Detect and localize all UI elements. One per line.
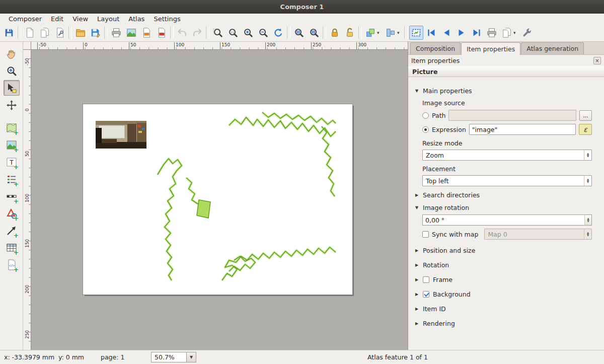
zoom-tool-button[interactable] <box>4 63 20 79</box>
combo-spinner[interactable]: ▲▼ <box>584 176 591 186</box>
panel-header: Item properties × <box>408 55 604 66</box>
rotation-angle-input[interactable] <box>422 214 584 226</box>
toolbar-icon <box>258 27 269 38</box>
combo-spinner[interactable]: ▲▼ <box>584 150 591 160</box>
atlas-previous-feature-button[interactable] <box>439 26 454 40</box>
move-item-content-button[interactable] <box>4 97 20 113</box>
image-rotation-header[interactable]: ▼ Image rotation <box>414 204 592 211</box>
atlas-last-feature-button[interactable] <box>470 26 484 40</box>
path-input[interactable] <box>448 110 576 121</box>
tool-icon <box>6 139 18 151</box>
path-radio[interactable] <box>422 112 429 119</box>
collapse-arrow-icon[interactable]: ▶ <box>414 277 419 282</box>
zoom-to-selection-button[interactable] <box>292 26 306 40</box>
add-new-scalebar-button[interactable] <box>4 188 20 204</box>
zoom-to-region-button[interactable] <box>307 26 321 40</box>
raise-selected-items-button[interactable] <box>363 26 383 40</box>
menu-composer[interactable]: Composer <box>4 14 46 24</box>
load-template-button[interactable] <box>73 26 88 40</box>
browse-button[interactable]: ... <box>579 110 592 121</box>
picture-item[interactable] <box>96 121 146 149</box>
menu-settings[interactable]: Settings <box>149 14 185 24</box>
export-atlas-button[interactable] <box>500 26 519 40</box>
redo-button[interactable] <box>190 26 204 40</box>
pan-tool-button[interactable] <box>4 46 20 61</box>
refresh-view-button[interactable] <box>271 26 285 40</box>
zoom-level-select[interactable]: 50.7% ▼ <box>151 352 196 362</box>
add-new-label-button[interactable] <box>4 154 20 170</box>
zoom-full-button[interactable] <box>211 26 225 40</box>
menu-atlas[interactable]: Atlas <box>124 14 149 24</box>
print-button[interactable] <box>109 26 123 40</box>
tab-item-properties[interactable]: Item properties <box>461 42 520 55</box>
section-position-and-size[interactable]: ▶ Position and size <box>414 246 592 254</box>
atlas-first-feature-button[interactable] <box>424 26 438 40</box>
collapse-arrow-icon[interactable]: ▶ <box>414 292 419 297</box>
select-move-item-button[interactable] <box>4 80 20 96</box>
main-properties-header[interactable]: ▼ Main properties <box>414 87 592 95</box>
map-select[interactable]: Map 0 ▲▼ <box>484 229 592 240</box>
sync-with-map-checkbox[interactable] <box>422 231 429 238</box>
placement-select[interactable]: Top left ▲▼ <box>422 175 592 186</box>
save-template-button[interactable] <box>89 26 103 40</box>
add-arrow-button[interactable] <box>4 223 20 238</box>
section-checkbox[interactable] <box>423 276 429 283</box>
section-frame[interactable]: ▶ Frame <box>414 275 592 283</box>
collapse-arrow-icon[interactable]: ▶ <box>414 307 419 311</box>
zoom-out-button[interactable] <box>256 26 270 40</box>
expression-builder-button[interactable]: ε <box>579 124 592 135</box>
add-new-map-button[interactable] <box>4 120 20 135</box>
new-composition-button[interactable] <box>23 26 37 40</box>
unlock-all-items-button[interactable] <box>343 26 357 40</box>
export-image-button[interactable] <box>124 26 138 40</box>
atlas-next-feature-button[interactable] <box>455 26 469 40</box>
expression-radio[interactable] <box>422 126 429 133</box>
image-rotation-body: ▲▼ Sync with map Map 0 ▲▼ <box>422 214 592 240</box>
add-image-button[interactable] <box>4 137 20 153</box>
collapse-arrow-icon[interactable]: ▶ <box>414 193 419 197</box>
add-basic-shape-button[interactable] <box>4 205 20 221</box>
atlas-preview-toggle[interactable] <box>409 26 423 40</box>
tab-atlas-generation[interactable]: Atlas generation <box>521 42 584 54</box>
align-selected-items-button[interactable] <box>384 26 403 40</box>
save-project-button[interactable] <box>2 26 16 40</box>
toolbar-icon <box>243 27 254 38</box>
add-html-frame-button[interactable] <box>4 257 20 272</box>
close-panel-button[interactable]: × <box>593 57 601 64</box>
menu-layout[interactable]: Layout <box>93 14 124 24</box>
undo-button[interactable] <box>175 26 189 40</box>
zoom-level-value[interactable]: 50.7% <box>151 352 187 362</box>
composition-canvas[interactable] <box>31 50 408 350</box>
collapse-arrow-icon[interactable]: ▶ <box>414 248 419 253</box>
section-rendering[interactable]: ▶ Rendering <box>414 319 592 327</box>
tab-composition[interactable]: Composition <box>410 42 461 54</box>
search-directories-header[interactable]: ▶ Search directories <box>414 191 592 199</box>
duplicate-composition-button[interactable] <box>38 26 52 40</box>
composition-manager-button[interactable] <box>53 26 67 40</box>
menu-edit[interactable]: Edit <box>46 14 68 24</box>
collapse-arrow-icon[interactable]: ▶ <box>414 263 419 267</box>
export-pdf-button[interactable] <box>155 26 169 40</box>
composition-page[interactable] <box>83 104 352 295</box>
menu-view[interactable]: View <box>68 14 93 24</box>
section-background[interactable]: ▶ Background <box>414 290 592 298</box>
zoom-actual-button[interactable] <box>226 26 240 40</box>
export-svg-button[interactable] <box>139 26 154 40</box>
zoom-in-button[interactable] <box>241 26 255 40</box>
collapse-arrow-icon[interactable]: ▼ <box>414 89 419 93</box>
section-checkbox[interactable] <box>423 291 429 298</box>
section-item-id[interactable]: ▶ Item ID <box>414 305 592 313</box>
atlas-settings-button[interactable] <box>520 26 534 40</box>
add-new-legend-button[interactable] <box>4 171 20 187</box>
collapse-arrow-icon[interactable]: ▶ <box>414 321 419 326</box>
resize-mode-select[interactable]: Zoom ▲▼ <box>422 150 592 161</box>
lock-selected-items-button[interactable] <box>328 26 342 40</box>
tool-icon <box>6 173 18 185</box>
rotation-spinner[interactable]: ▲▼ <box>584 214 592 226</box>
print-atlas-button[interactable] <box>485 26 499 40</box>
section-rotation[interactable]: ▶ Rotation <box>414 261 592 269</box>
expression-input[interactable] <box>469 124 576 135</box>
add-attribute-table-button[interactable] <box>4 240 20 255</box>
zoom-dropdown-button[interactable]: ▼ <box>187 352 196 362</box>
collapse-arrow-icon[interactable]: ▼ <box>414 205 419 210</box>
